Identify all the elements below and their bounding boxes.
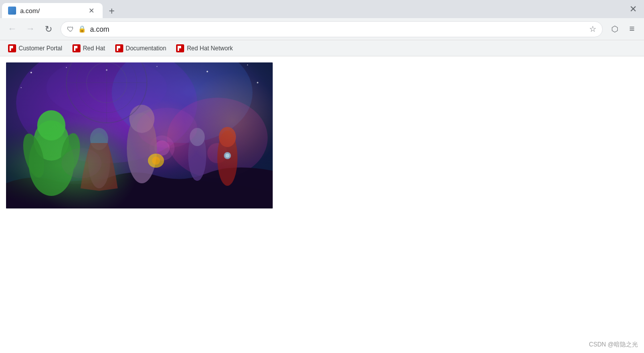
active-tab[interactable]: a.com/ ✕	[2, 3, 103, 18]
svg-point-37	[148, 154, 164, 168]
svg-point-52	[137, 108, 197, 148]
svg-rect-8	[6, 62, 273, 208]
svg-point-23	[6, 178, 273, 208]
svg-point-12	[16, 62, 197, 163]
svg-rect-9	[6, 62, 273, 208]
browser-window: a.com/ ✕ + ✕ ← → ↻ 🛡 🔒 ☆ ⬡ ≡	[0, 0, 644, 353]
forward-icon: →	[26, 24, 35, 34]
svg-point-42	[219, 127, 236, 147]
back-icon: ←	[8, 24, 17, 34]
svg-rect-27	[6, 62, 273, 208]
svg-point-48	[76, 62, 137, 113]
svg-point-22	[21, 87, 22, 88]
bookmark-documentation-label: Documentation	[126, 45, 167, 52]
svg-point-34	[90, 128, 108, 150]
tab-title: a.com/	[20, 7, 83, 15]
bookmark-customer-portal-label: Customer Portal	[19, 45, 62, 52]
svg-point-30	[37, 110, 65, 140]
watermark: CSDN @暗隐之光	[589, 340, 638, 349]
lock-icon: 🔒	[78, 25, 86, 33]
refresh-icon: ↻	[45, 24, 52, 35]
bookmark-customer-portal[interactable]: Customer Portal	[4, 42, 66, 54]
svg-point-29	[34, 120, 69, 161]
svg-point-18	[156, 66, 157, 67]
svg-point-25	[154, 140, 170, 156]
bookmark-red-hat-label: Red Hat	[83, 45, 105, 52]
svg-point-35	[127, 113, 157, 183]
nav-bar: ← → ↻ 🛡 🔒 ☆ ⬡ ≡	[0, 18, 644, 40]
svg-point-47	[66, 62, 147, 123]
back-button[interactable]: ←	[4, 21, 20, 37]
hero-image-svg	[6, 62, 273, 208]
svg-point-32	[58, 131, 83, 174]
svg-point-28	[29, 130, 74, 196]
svg-point-19	[207, 71, 208, 73]
pocket-icon: ⬡	[611, 24, 618, 34]
bookmark-red-hat-network-label: Red Hat Network	[187, 45, 232, 52]
bookmark-red-hat[interactable]: Red Hat	[68, 42, 109, 54]
svg-point-43	[224, 152, 231, 159]
svg-point-33	[88, 133, 110, 188]
svg-point-13	[112, 62, 253, 143]
pocket-button[interactable]: ⬡	[607, 21, 623, 37]
refresh-button[interactable]: ↻	[40, 21, 56, 37]
bookmark-documentation[interactable]: Documentation	[111, 42, 171, 54]
svg-point-20	[247, 64, 248, 65]
new-tab-button[interactable]: +	[105, 4, 119, 18]
hero-image	[6, 62, 273, 208]
tab-close-button[interactable]: ✕	[87, 6, 97, 16]
bookmark-star-icon[interactable]: ☆	[589, 24, 596, 34]
main-content: CSDN @暗隐之光	[0, 56, 644, 353]
svg-point-24	[149, 135, 175, 161]
menu-icon: ≡	[629, 24, 635, 34]
bookmarks-bar: Customer Portal Red Hat Documentation	[0, 40, 644, 56]
svg-point-46	[46, 62, 167, 118]
nav-right-icons: ⬡ ≡	[607, 21, 640, 37]
svg-point-14	[167, 98, 268, 178]
svg-point-39	[188, 130, 206, 181]
svg-point-41	[217, 130, 237, 186]
bookmark-red-hat-network[interactable]: Red Hat Network	[172, 42, 236, 54]
shield-icon: 🛡	[67, 25, 74, 33]
svg-point-31	[19, 131, 48, 180]
svg-point-38	[152, 157, 160, 165]
customer-portal-favicon	[8, 44, 16, 52]
svg-point-44	[225, 154, 229, 158]
menu-button[interactable]: ≡	[624, 21, 640, 37]
svg-point-36	[129, 105, 154, 133]
svg-point-15	[31, 72, 32, 74]
svg-point-17	[106, 69, 108, 71]
tab-favicon	[8, 7, 16, 15]
forward-button[interactable]: →	[22, 21, 38, 37]
svg-point-49	[87, 62, 127, 103]
address-bar[interactable]: 🛡 🔒 ☆	[60, 21, 603, 37]
window-close-button[interactable]: ✕	[628, 4, 638, 14]
tab-bar: a.com/ ✕ + ✕	[0, 0, 644, 18]
svg-rect-11	[6, 62, 273, 208]
url-input[interactable]	[90, 25, 585, 33]
svg-rect-10	[6, 62, 273, 208]
documentation-favicon	[115, 44, 123, 52]
watermark-text: CSDN @暗隐之光	[589, 341, 638, 348]
svg-point-16	[66, 67, 67, 68]
tabs-area: a.com/ ✕ +	[0, 3, 644, 18]
red-hat-favicon	[72, 44, 80, 52]
svg-point-26	[207, 143, 227, 163]
svg-point-40	[190, 128, 205, 146]
red-hat-network-favicon	[176, 44, 184, 52]
svg-point-53	[61, 148, 102, 178]
svg-point-21	[257, 82, 259, 84]
